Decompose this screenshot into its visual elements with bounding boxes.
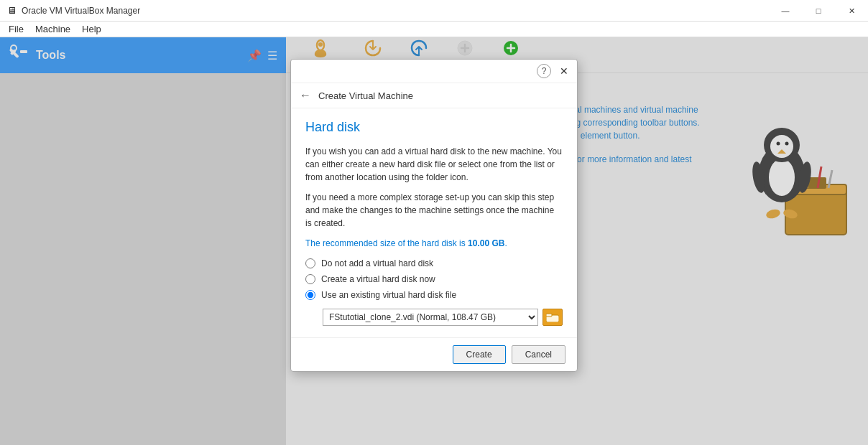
dialog-footer: Create Cancel (291, 337, 577, 371)
radio-create-disk[interactable]: Create a virtual hard disk now (305, 274, 563, 284)
menu-file[interactable]: File (3, 22, 29, 36)
dialog-back-button[interactable]: ← (300, 89, 311, 102)
disk-folder-button[interactable] (542, 309, 563, 326)
radio-no-disk-input[interactable] (305, 258, 315, 268)
menu-help[interactable]: Help (76, 22, 107, 36)
menu-machine[interactable]: Machine (29, 22, 76, 36)
dialog-nav: ← Create Virtual Machine (291, 83, 577, 108)
radio-no-disk[interactable]: Do not add a virtual hard disk (305, 258, 563, 268)
radio-use-existing[interactable]: Use an existing virtual hard disk file (305, 290, 563, 300)
app-icon: 🖥 (6, 5, 17, 17)
radio-use-existing-label: Use an existing virtual hard disk file (321, 290, 456, 300)
dialog-help-button[interactable]: ? (537, 64, 551, 78)
dialog-section-title: Hard disk (305, 120, 563, 135)
disk-size: 10.00 GB (468, 238, 504, 248)
radio-use-existing-input[interactable] (305, 290, 315, 300)
radio-group: Do not add a virtual hard disk Create a … (305, 258, 563, 300)
radio-create-disk-label: Create a virtual hard disk now (321, 274, 435, 284)
minimize-button[interactable]: — (769, 0, 802, 22)
create-button[interactable]: Create (453, 345, 506, 364)
dialog-desc1: If you wish you can add a virtual hard d… (305, 145, 563, 184)
radio-no-disk-label: Do not add a virtual hard disk (321, 258, 433, 268)
dialog-titlebar: ? ✕ (291, 60, 577, 83)
maximize-button[interactable]: □ (802, 0, 835, 22)
window-controls: — □ ✕ (769, 0, 868, 21)
svg-rect-29 (546, 314, 552, 317)
dialog-desc3: The recommended size of the hard disk is… (305, 237, 563, 250)
disk-file-row: FStutotial_clone_2.vdi (Normal, 108.47 G… (305, 309, 563, 326)
dialog-nav-title: Create Virtual Machine (318, 90, 413, 101)
cancel-button[interactable]: Cancel (512, 345, 565, 364)
dialog-close-button[interactable]: ✕ (557, 64, 571, 78)
window-close-button[interactable]: ✕ (835, 0, 868, 22)
radio-create-disk-input[interactable] (305, 274, 315, 284)
create-vm-dialog: ? ✕ ← Create Virtual Machine Hard disk I… (290, 59, 578, 372)
dialog-overlay: ? ✕ ← Create Virtual Machine Hard disk I… (0, 37, 868, 445)
title-bar: 🖥 Oracle VM VirtualBox Manager — □ ✕ (0, 0, 868, 22)
app-title: Oracle VM VirtualBox Manager (22, 6, 140, 16)
dialog-desc2: If you need a more complex storage set-u… (305, 191, 563, 230)
disk-file-select[interactable]: FStutotial_clone_2.vdi (Normal, 108.47 G… (323, 309, 538, 326)
dialog-body: Hard disk If you wish you can add a virt… (291, 108, 577, 337)
